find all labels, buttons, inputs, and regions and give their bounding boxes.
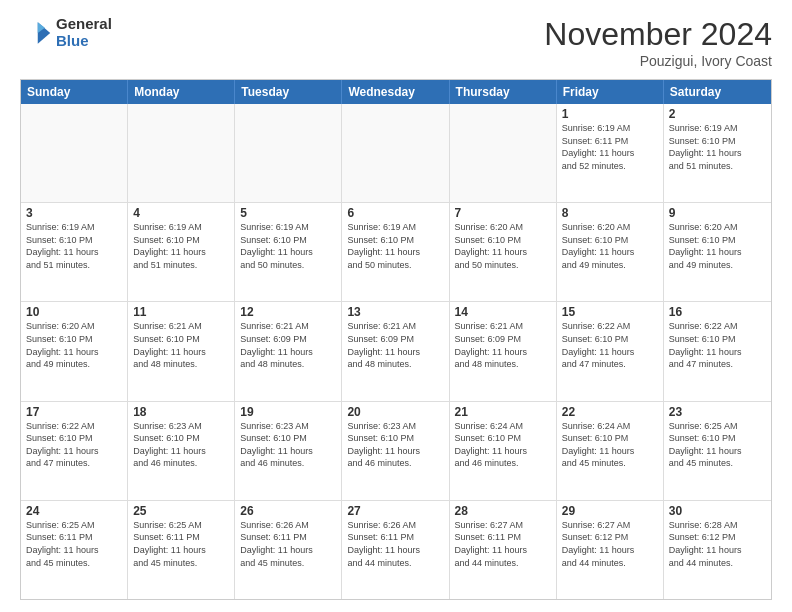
day-info: Sunrise: 6:19 AM Sunset: 6:10 PM Dayligh… bbox=[669, 122, 766, 172]
calendar-cell-empty bbox=[450, 104, 557, 202]
logo-general: General bbox=[56, 16, 112, 33]
day-info: Sunrise: 6:28 AM Sunset: 6:12 PM Dayligh… bbox=[669, 519, 766, 569]
calendar-cell: 3Sunrise: 6:19 AM Sunset: 6:10 PM Daylig… bbox=[21, 203, 128, 301]
day-info: Sunrise: 6:22 AM Sunset: 6:10 PM Dayligh… bbox=[26, 420, 122, 470]
day-info: Sunrise: 6:20 AM Sunset: 6:10 PM Dayligh… bbox=[669, 221, 766, 271]
day-number: 30 bbox=[669, 504, 766, 518]
calendar-header: SundayMondayTuesdayWednesdayThursdayFrid… bbox=[21, 80, 771, 104]
calendar-cell: 24Sunrise: 6:25 AM Sunset: 6:11 PM Dayli… bbox=[21, 501, 128, 599]
day-info: Sunrise: 6:26 AM Sunset: 6:11 PM Dayligh… bbox=[347, 519, 443, 569]
calendar-row: 3Sunrise: 6:19 AM Sunset: 6:10 PM Daylig… bbox=[21, 202, 771, 301]
day-info: Sunrise: 6:23 AM Sunset: 6:10 PM Dayligh… bbox=[133, 420, 229, 470]
calendar-cell: 26Sunrise: 6:26 AM Sunset: 6:11 PM Dayli… bbox=[235, 501, 342, 599]
day-number: 19 bbox=[240, 405, 336, 419]
day-number: 3 bbox=[26, 206, 122, 220]
calendar-cell-empty bbox=[235, 104, 342, 202]
day-number: 18 bbox=[133, 405, 229, 419]
calendar-header-cell: Saturday bbox=[664, 80, 771, 104]
calendar-cell: 2Sunrise: 6:19 AM Sunset: 6:10 PM Daylig… bbox=[664, 104, 771, 202]
page: General Blue November 2024 Pouzigui, Ivo… bbox=[0, 0, 792, 612]
day-number: 25 bbox=[133, 504, 229, 518]
month-title: November 2024 bbox=[544, 16, 772, 53]
calendar-cell: 5Sunrise: 6:19 AM Sunset: 6:10 PM Daylig… bbox=[235, 203, 342, 301]
day-number: 15 bbox=[562, 305, 658, 319]
day-info: Sunrise: 6:25 AM Sunset: 6:11 PM Dayligh… bbox=[133, 519, 229, 569]
location: Pouzigui, Ivory Coast bbox=[544, 53, 772, 69]
day-info: Sunrise: 6:23 AM Sunset: 6:10 PM Dayligh… bbox=[240, 420, 336, 470]
calendar-row: 1Sunrise: 6:19 AM Sunset: 6:11 PM Daylig… bbox=[21, 104, 771, 202]
day-number: 1 bbox=[562, 107, 658, 121]
day-info: Sunrise: 6:26 AM Sunset: 6:11 PM Dayligh… bbox=[240, 519, 336, 569]
day-number: 10 bbox=[26, 305, 122, 319]
calendar-cell: 7Sunrise: 6:20 AM Sunset: 6:10 PM Daylig… bbox=[450, 203, 557, 301]
day-info: Sunrise: 6:20 AM Sunset: 6:10 PM Dayligh… bbox=[562, 221, 658, 271]
day-number: 21 bbox=[455, 405, 551, 419]
calendar-cell: 1Sunrise: 6:19 AM Sunset: 6:11 PM Daylig… bbox=[557, 104, 664, 202]
calendar-cell: 15Sunrise: 6:22 AM Sunset: 6:10 PM Dayli… bbox=[557, 302, 664, 400]
calendar-cell: 4Sunrise: 6:19 AM Sunset: 6:10 PM Daylig… bbox=[128, 203, 235, 301]
calendar-header-cell: Friday bbox=[557, 80, 664, 104]
day-info: Sunrise: 6:20 AM Sunset: 6:10 PM Dayligh… bbox=[26, 320, 122, 370]
day-number: 17 bbox=[26, 405, 122, 419]
calendar-cell-empty bbox=[21, 104, 128, 202]
day-info: Sunrise: 6:21 AM Sunset: 6:09 PM Dayligh… bbox=[347, 320, 443, 370]
day-info: Sunrise: 6:19 AM Sunset: 6:11 PM Dayligh… bbox=[562, 122, 658, 172]
day-info: Sunrise: 6:20 AM Sunset: 6:10 PM Dayligh… bbox=[455, 221, 551, 271]
day-info: Sunrise: 6:27 AM Sunset: 6:11 PM Dayligh… bbox=[455, 519, 551, 569]
calendar-cell-empty bbox=[342, 104, 449, 202]
calendar-cell: 19Sunrise: 6:23 AM Sunset: 6:10 PM Dayli… bbox=[235, 402, 342, 500]
calendar-cell: 17Sunrise: 6:22 AM Sunset: 6:10 PM Dayli… bbox=[21, 402, 128, 500]
calendar-cell: 8Sunrise: 6:20 AM Sunset: 6:10 PM Daylig… bbox=[557, 203, 664, 301]
logo-blue: Blue bbox=[56, 33, 112, 50]
day-number: 23 bbox=[669, 405, 766, 419]
calendar-cell: 27Sunrise: 6:26 AM Sunset: 6:11 PM Dayli… bbox=[342, 501, 449, 599]
day-info: Sunrise: 6:19 AM Sunset: 6:10 PM Dayligh… bbox=[347, 221, 443, 271]
day-info: Sunrise: 6:21 AM Sunset: 6:09 PM Dayligh… bbox=[240, 320, 336, 370]
day-number: 14 bbox=[455, 305, 551, 319]
calendar-cell: 13Sunrise: 6:21 AM Sunset: 6:09 PM Dayli… bbox=[342, 302, 449, 400]
day-info: Sunrise: 6:19 AM Sunset: 6:10 PM Dayligh… bbox=[133, 221, 229, 271]
day-number: 8 bbox=[562, 206, 658, 220]
day-info: Sunrise: 6:24 AM Sunset: 6:10 PM Dayligh… bbox=[455, 420, 551, 470]
header: General Blue November 2024 Pouzigui, Ivo… bbox=[20, 16, 772, 69]
calendar-row: 10Sunrise: 6:20 AM Sunset: 6:10 PM Dayli… bbox=[21, 301, 771, 400]
day-info: Sunrise: 6:27 AM Sunset: 6:12 PM Dayligh… bbox=[562, 519, 658, 569]
calendar-cell: 29Sunrise: 6:27 AM Sunset: 6:12 PM Dayli… bbox=[557, 501, 664, 599]
day-number: 24 bbox=[26, 504, 122, 518]
day-number: 16 bbox=[669, 305, 766, 319]
day-number: 20 bbox=[347, 405, 443, 419]
calendar-cell: 9Sunrise: 6:20 AM Sunset: 6:10 PM Daylig… bbox=[664, 203, 771, 301]
calendar-header-cell: Sunday bbox=[21, 80, 128, 104]
calendar-header-cell: Tuesday bbox=[235, 80, 342, 104]
day-info: Sunrise: 6:19 AM Sunset: 6:10 PM Dayligh… bbox=[240, 221, 336, 271]
day-number: 26 bbox=[240, 504, 336, 518]
day-info: Sunrise: 6:21 AM Sunset: 6:10 PM Dayligh… bbox=[133, 320, 229, 370]
calendar-cell: 30Sunrise: 6:28 AM Sunset: 6:12 PM Dayli… bbox=[664, 501, 771, 599]
day-number: 12 bbox=[240, 305, 336, 319]
calendar-cell: 25Sunrise: 6:25 AM Sunset: 6:11 PM Dayli… bbox=[128, 501, 235, 599]
day-info: Sunrise: 6:21 AM Sunset: 6:09 PM Dayligh… bbox=[455, 320, 551, 370]
calendar-cell: 16Sunrise: 6:22 AM Sunset: 6:10 PM Dayli… bbox=[664, 302, 771, 400]
logo-icon bbox=[20, 17, 52, 49]
calendar-cell: 10Sunrise: 6:20 AM Sunset: 6:10 PM Dayli… bbox=[21, 302, 128, 400]
title-area: November 2024 Pouzigui, Ivory Coast bbox=[544, 16, 772, 69]
day-info: Sunrise: 6:25 AM Sunset: 6:11 PM Dayligh… bbox=[26, 519, 122, 569]
calendar-cell: 22Sunrise: 6:24 AM Sunset: 6:10 PM Dayli… bbox=[557, 402, 664, 500]
calendar-cell-empty bbox=[128, 104, 235, 202]
calendar: SundayMondayTuesdayWednesdayThursdayFrid… bbox=[20, 79, 772, 600]
day-number: 11 bbox=[133, 305, 229, 319]
calendar-cell: 21Sunrise: 6:24 AM Sunset: 6:10 PM Dayli… bbox=[450, 402, 557, 500]
day-info: Sunrise: 6:19 AM Sunset: 6:10 PM Dayligh… bbox=[26, 221, 122, 271]
calendar-cell: 14Sunrise: 6:21 AM Sunset: 6:09 PM Dayli… bbox=[450, 302, 557, 400]
day-info: Sunrise: 6:25 AM Sunset: 6:10 PM Dayligh… bbox=[669, 420, 766, 470]
day-number: 22 bbox=[562, 405, 658, 419]
day-number: 28 bbox=[455, 504, 551, 518]
day-number: 2 bbox=[669, 107, 766, 121]
calendar-cell: 20Sunrise: 6:23 AM Sunset: 6:10 PM Dayli… bbox=[342, 402, 449, 500]
logo: General Blue bbox=[20, 16, 112, 49]
calendar-cell: 18Sunrise: 6:23 AM Sunset: 6:10 PM Dayli… bbox=[128, 402, 235, 500]
calendar-header-cell: Thursday bbox=[450, 80, 557, 104]
day-number: 9 bbox=[669, 206, 766, 220]
day-number: 6 bbox=[347, 206, 443, 220]
day-info: Sunrise: 6:22 AM Sunset: 6:10 PM Dayligh… bbox=[669, 320, 766, 370]
